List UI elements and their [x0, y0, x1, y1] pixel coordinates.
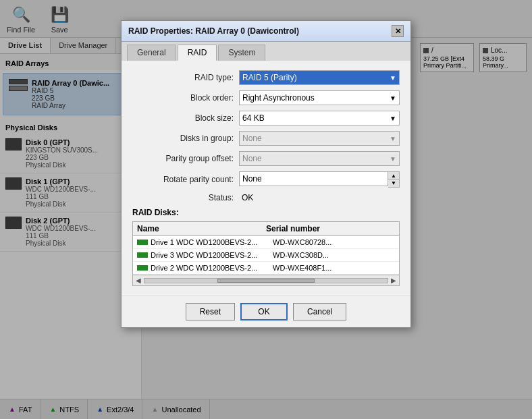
- dialog-titlebar: RAID Properties: RAID Array 0 (Dawicontr…: [122, 21, 410, 42]
- scroll-track[interactable]: [144, 278, 388, 283]
- spinner-up-button[interactable]: ▲: [388, 172, 399, 179]
- raid-disk-row-1[interactable]: Drive 3 WDC WD1200BEVS-2... WD-WXC308D..…: [133, 249, 399, 262]
- form-row-parity-offset: Parity group offset: None ▼: [132, 151, 400, 166]
- raid-disks-header: Name Serial number: [133, 222, 399, 236]
- raid-type-label: RAID type:: [132, 73, 234, 82]
- raid-disk-row-0[interactable]: Drive 1 WDC WD1200BEVS-2... WD-WXC80728.…: [133, 236, 399, 249]
- block-size-control: 64 KB ▼: [239, 111, 400, 125]
- block-size-label: Block size:: [132, 113, 234, 123]
- raid-disk-2-serial: WD-WXE408F1...: [273, 264, 395, 272]
- scroll-right-arrow[interactable]: ▶: [391, 277, 396, 284]
- raid-disk-2-icon: [137, 265, 148, 271]
- col-header-name: Name: [137, 224, 266, 233]
- form-row-rotate-parity: Rotate parity count: ▲ ▼: [132, 171, 400, 188]
- raid-disk-2-name: Drive 2 WDC WD1200BEVS-2...: [151, 264, 273, 272]
- raid-disk-row-2[interactable]: Drive 2 WDC WD1200BEVS-2... WD-WXE408F1.…: [133, 262, 399, 275]
- dialog-title: RAID Properties: RAID Array 0 (Dawicontr…: [128, 26, 299, 36]
- form-row-block-order: Block order: Right Asynchronous ▼: [132, 90, 400, 105]
- modal-overlay: RAID Properties: RAID Array 0 (Dawicontr…: [0, 0, 532, 419]
- rotate-parity-control: ▲ ▼: [239, 171, 400, 188]
- status-label: Status:: [132, 193, 234, 202]
- raid-disk-1-serial: WD-WXC308D...: [273, 251, 395, 259]
- disks-scrollbar[interactable]: ◀ ▶: [133, 275, 399, 285]
- raid-disk-0-serial: WD-WXC80728...: [273, 238, 395, 246]
- block-order-label: Block order:: [132, 93, 234, 103]
- dialog-body: RAID type: RAID 5 (Parity) ▼ Block order…: [122, 61, 410, 296]
- block-size-value: 64 KB: [242, 113, 390, 123]
- app-background: 🔍 Find File 💾 Save Drive List Drive Mana…: [0, 0, 532, 419]
- spinner-buttons: ▲ ▼: [388, 171, 400, 188]
- dialog-tabs: General RAID System: [122, 42, 410, 61]
- raid-type-control: RAID 5 (Parity) ▼: [239, 70, 400, 85]
- scroll-thumb[interactable]: [217, 279, 315, 283]
- raid-disks-table: Name Serial number Drive 1 WDC WD1200BEV…: [132, 221, 400, 286]
- parity-offset-select[interactable]: None ▼: [239, 151, 400, 166]
- dialog-close-button[interactable]: ✕: [392, 25, 404, 37]
- disks-in-group-control: None ▼: [239, 131, 400, 146]
- parity-offset-arrow-icon: ▼: [390, 155, 396, 163]
- dialog-tab-system[interactable]: System: [218, 45, 265, 61]
- block-order-arrow-icon: ▼: [390, 94, 396, 102]
- raid-properties-dialog: RAID Properties: RAID Array 0 (Dawicontr…: [121, 20, 411, 328]
- raid-type-arrow-icon: ▼: [390, 74, 396, 82]
- disks-in-group-label: Disks in group:: [132, 134, 234, 143]
- rotate-parity-input[interactable]: [239, 171, 388, 186]
- disks-in-group-select[interactable]: None ▼: [239, 131, 400, 146]
- parity-offset-value: None: [242, 154, 390, 163]
- disks-in-group-value: None: [242, 134, 390, 143]
- dialog-tab-raid[interactable]: RAID: [178, 45, 217, 61]
- block-size-arrow-icon: ▼: [390, 115, 396, 122]
- status-value: OK: [239, 193, 253, 202]
- rotate-parity-label: Rotate parity count:: [132, 175, 234, 184]
- block-order-select[interactable]: Right Asynchronous ▼: [239, 90, 400, 105]
- block-order-value: Right Asynchronous: [242, 93, 390, 103]
- disks-in-group-arrow-icon: ▼: [390, 135, 396, 142]
- dialog-tab-general[interactable]: General: [127, 45, 176, 61]
- form-row-status: Status: OK: [132, 193, 400, 202]
- block-size-select[interactable]: 64 KB ▼: [239, 111, 400, 125]
- raid-disk-1-name: Drive 3 WDC WD1200BEVS-2...: [151, 251, 273, 259]
- raid-disk-0-icon: [137, 240, 148, 245]
- spinner-down-button[interactable]: ▼: [388, 179, 399, 187]
- ok-button[interactable]: OK: [240, 303, 288, 320]
- block-order-control: Right Asynchronous ▼: [239, 90, 400, 105]
- raid-type-select[interactable]: RAID 5 (Parity) ▼: [239, 70, 400, 85]
- rotate-parity-spinner[interactable]: ▲ ▼: [239, 171, 400, 188]
- form-row-raid-type: RAID type: RAID 5 (Parity) ▼: [132, 70, 400, 85]
- raid-type-value: RAID 5 (Parity): [242, 73, 390, 82]
- dialog-footer: Reset OK Cancel: [122, 296, 410, 327]
- scroll-left-arrow[interactable]: ◀: [136, 277, 141, 284]
- raid-disk-1-icon: [137, 252, 148, 258]
- form-row-block-size: Block size: 64 KB ▼: [132, 111, 400, 125]
- parity-offset-control: None ▼: [239, 151, 400, 166]
- status-control: OK: [239, 193, 400, 202]
- parity-offset-label: Parity group offset:: [132, 154, 234, 163]
- form-row-disks-in-group: Disks in group: None ▼: [132, 131, 400, 146]
- cancel-button[interactable]: Cancel: [293, 303, 346, 320]
- col-header-serial: Serial number: [266, 224, 395, 233]
- raid-disk-0-name: Drive 1 WDC WD1200BEVS-2...: [151, 238, 273, 246]
- raid-disks-label: RAID Disks:: [132, 208, 400, 217]
- reset-button[interactable]: Reset: [186, 303, 235, 320]
